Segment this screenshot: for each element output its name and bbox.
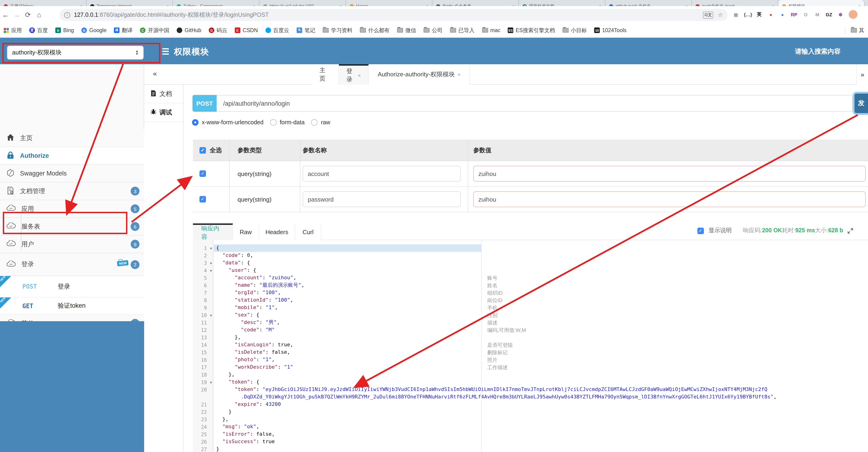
sidebar-item-文档管理[interactable]: 文档管理3 [0, 182, 144, 200]
bookmark-item[interactable]: C开源中国 [140, 27, 169, 34]
browser-tab[interactable]: Zuihou—Campserver× [173, 0, 259, 6]
doc-tab-登录[interactable]: 登录× [339, 64, 369, 85]
body-type-form-data[interactable]: form-data [270, 119, 305, 126]
bookmark-item[interactable]: 微信 [397, 27, 416, 34]
bookmark-item[interactable]: CCSDN [235, 27, 258, 33]
tab-close-icon[interactable]: × [859, 4, 861, 6]
bookmark-item[interactable]: 101024Tools [594, 27, 626, 33]
address-bar[interactable]: i 127.0.0.1:8760/api/gate/doc.html#/auth… [60, 9, 727, 21]
send-button[interactable]: 发 [855, 93, 868, 113]
fold-icon[interactable]: ▼ [210, 312, 212, 319]
param-checkbox[interactable]: ✓ [199, 170, 206, 177]
bookmark-item[interactable]: 小目标 [562, 27, 587, 34]
radio-icon[interactable] [270, 119, 276, 126]
response-tab-响应内容[interactable]: 响应内容 [193, 223, 233, 240]
bookmark-item[interactable]: mac [482, 27, 500, 33]
page-info-icon[interactable]: i [64, 12, 70, 18]
browser-tab[interactable]: 权限模块× [778, 0, 865, 6]
endpoint-path[interactable]: /api/authority/anno/login [217, 95, 852, 112]
bookmark-item[interactable]: 公司 [424, 27, 443, 34]
param-checkbox[interactable]: ✓ [199, 196, 206, 202]
module-select[interactable]: authority-权限模块 ▲▼ [7, 46, 144, 60]
sidebar-endpoint-get[interactable]: NEWGET验证token [0, 298, 144, 315]
tab-close-icon[interactable]: × [340, 4, 342, 6]
sidebar-item-Authorize[interactable]: Authorize [0, 147, 144, 165]
sidebar-item-登录[interactable]: API登录NEW2 [0, 253, 144, 276]
browser-tab[interactable]: push文件夹 (pack…× [692, 0, 778, 6]
close-icon[interactable]: × [358, 73, 361, 78]
extension-icon[interactable]: RP [790, 12, 798, 17]
bookmark-item[interactable]: ✎笔记 [297, 27, 315, 34]
close-icon[interactable]: × [458, 72, 461, 77]
radio-icon[interactable] [192, 119, 198, 126]
extension-icon[interactable]: M [814, 12, 821, 17]
param-name-input[interactable] [303, 191, 461, 207]
tab-close-icon[interactable]: × [599, 4, 601, 6]
profile-avatar[interactable] [848, 10, 858, 19]
fold-icon[interactable]: ▼ [210, 260, 212, 267]
browser-tab[interactable]: Hasee× [346, 0, 432, 6]
sidebar-item-应用[interactable]: API应用5 [0, 200, 144, 218]
extension-icon[interactable]: ▣ [732, 12, 740, 17]
sidebar-endpoint-post[interactable]: NEWPOST登录 [0, 276, 144, 298]
tab-close-icon[interactable]: × [513, 4, 515, 6]
bookmark-item[interactable]: GGoogle [81, 27, 106, 33]
tab-close-icon[interactable]: × [80, 4, 82, 6]
tab-close-icon[interactable]: × [426, 4, 428, 6]
response-json-viewer[interactable]: 1▼23▼4▼5678910▼111213141516171819▼202122… [193, 240, 868, 452]
browser-tab[interactable]: JT国家标准文档× [519, 0, 605, 6]
bookmark-item[interactable]: G码云 [209, 27, 227, 34]
tab-close-icon[interactable]: × [167, 4, 169, 6]
show-desc-checkbox[interactable]: ✓ [698, 227, 704, 234]
sidebar-item-用户[interactable]: API用户9 [0, 235, 144, 253]
browser-tab[interactable]: Temporary Interact× [87, 0, 173, 6]
tab-close-icon[interactable]: × [253, 4, 255, 6]
expand-tabs-button[interactable]: » [857, 64, 868, 85]
response-tab-Raw[interactable]: Raw [233, 223, 259, 240]
extension-icon[interactable]: O [802, 12, 809, 17]
fullscreen-icon[interactable] [848, 228, 854, 233]
bookmark-star-icon[interactable]: ☆ [718, 11, 723, 19]
doc-tab-Authorize-authority-权限模块[interactable]: Authorize-authority-权限模块× [369, 64, 470, 85]
fold-icon[interactable]: ▼ [210, 245, 212, 252]
bookmark-item[interactable]: 学习资料 [323, 27, 352, 34]
fold-icon[interactable]: ▼ [210, 267, 212, 275]
home-icon[interactable]: ⌂ [33, 11, 44, 19]
menu-icon[interactable]: ☰ [162, 47, 169, 57]
param-value-input[interactable] [473, 166, 866, 181]
bookmark-item[interactable]: bBing [55, 27, 74, 33]
browser-tab[interactable]: Redis 命令参考× [432, 0, 519, 6]
extension-icon[interactable]: ● [767, 12, 775, 17]
sidebar-item-Swagger Models[interactable]: Swagger Models [0, 165, 144, 182]
browser-tab[interactable]: 注册/32docu× [0, 0, 87, 6]
bookmark-item[interactable]: 百度云 [265, 27, 289, 34]
doc-tab-主页[interactable]: 主页 [312, 64, 339, 85]
extension-icon[interactable]: ✲ [837, 12, 844, 17]
reload-icon[interactable]: ⟳ [22, 10, 33, 19]
radio-icon[interactable] [311, 119, 317, 126]
param-value-input[interactable] [473, 191, 866, 207]
back-icon[interactable]: ← [0, 11, 11, 19]
browser-tab[interactable]: https://s.m2.ref.4m (192…× [259, 0, 346, 6]
sidebar-item-主页[interactable]: 主页 [0, 130, 144, 147]
tab-close-icon[interactable]: × [772, 4, 774, 6]
bookmark-item[interactable]: ESES搜索引擎文档 [508, 27, 555, 34]
fold-icon[interactable]: ▼ [210, 379, 212, 386]
body-type-raw[interactable]: raw [311, 119, 330, 126]
header-search-placeholder[interactable]: 请输入搜索内容 [795, 48, 841, 56]
forward-icon[interactable]: → [11, 11, 22, 19]
other-bookmarks[interactable]: 其 [844, 27, 864, 34]
bookmark-item[interactable]: 译翻译 [114, 27, 132, 34]
panel-tab-文档[interactable]: 文档 [144, 85, 183, 103]
browser-tab[interactable]: github push 文件夹× [605, 0, 692, 6]
extension-icon[interactable]: {…} [744, 12, 751, 17]
tab-close-icon[interactable]: × [685, 4, 688, 6]
translate-icon[interactable]: G文 [703, 11, 713, 19]
bookmark-item[interactable]: 应用 [4, 27, 22, 34]
collapse-tabs-button[interactable]: « [153, 69, 157, 77]
body-type-x-www-form-urlencoded[interactable]: x-www-form-urlencoded [192, 119, 264, 126]
bookmark-item[interactable]: 什么都有 [360, 27, 390, 34]
extension-icon[interactable]: ● [779, 12, 786, 17]
extension-icon[interactable]: GZ [825, 12, 833, 17]
select-all-checkbox[interactable]: ✓ [199, 147, 206, 153]
